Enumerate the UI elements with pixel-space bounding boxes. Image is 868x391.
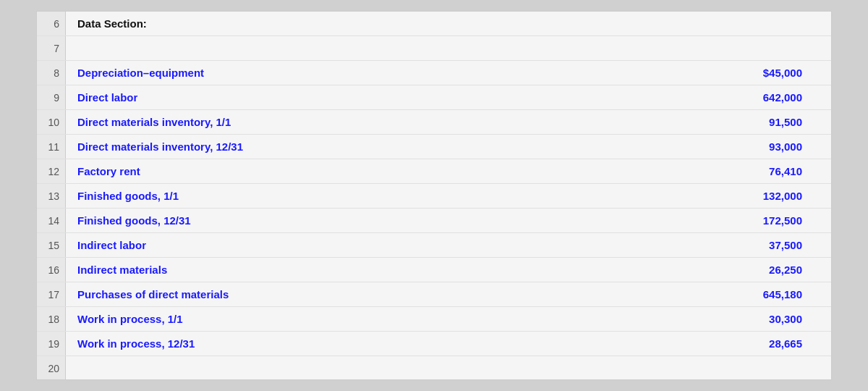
row-number: 6 — [37, 12, 66, 35]
row-label: Depreciation–equipment — [66, 67, 701, 79]
table-row: 14Finished goods, 12/31172,500 — [37, 209, 831, 233]
row-label: Work in process, 1/1 — [66, 313, 701, 325]
row-value: 645,180 — [701, 288, 831, 300]
row-label: Data Section: — [66, 17, 701, 30]
row-label: Finished goods, 12/31 — [66, 214, 701, 227]
row-number: 15 — [37, 233, 66, 257]
row-value: 28,665 — [701, 337, 831, 350]
table-row: 19Work in process, 12/3128,665 — [37, 332, 831, 356]
row-label: Indirect labor — [66, 239, 701, 251]
row-number: 8 — [37, 61, 66, 85]
row-number: 12 — [37, 159, 66, 183]
spreadsheet: 6Data Section:78Depreciation–equipment$4… — [36, 11, 832, 380]
row-number: 7 — [37, 36, 66, 60]
table-row: 6Data Section: — [37, 12, 831, 36]
table-row: 9Direct labor642,000 — [37, 85, 831, 110]
row-value: 132,000 — [701, 190, 831, 202]
table-row: 13Finished goods, 1/1132,000 — [37, 184, 831, 209]
row-value: 26,250 — [701, 264, 831, 276]
row-number: 11 — [37, 135, 66, 159]
row-value: 91,500 — [701, 116, 831, 128]
row-value: 642,000 — [701, 91, 831, 104]
table-row: 11Direct materials inventory, 12/3193,00… — [37, 135, 831, 159]
row-value: 76,410 — [701, 165, 831, 177]
table-row: 18Work in process, 1/130,300 — [37, 307, 831, 332]
row-label: Indirect materials — [66, 264, 701, 276]
row-value: 30,300 — [701, 313, 831, 325]
row-value: $45,000 — [701, 67, 831, 79]
row-value: 93,000 — [701, 140, 831, 153]
row-value: 37,500 — [701, 239, 831, 251]
row-label: Factory rent — [66, 165, 701, 177]
table-row: 16Indirect materials26,250 — [37, 258, 831, 282]
table-row: 7 — [37, 36, 831, 61]
row-label: Direct materials inventory, 12/31 — [66, 140, 701, 153]
row-label: Finished goods, 1/1 — [66, 190, 701, 202]
row-number: 17 — [37, 282, 66, 306]
row-value: 172,500 — [701, 214, 831, 227]
row-number: 13 — [37, 184, 66, 208]
row-label: Direct labor — [66, 91, 701, 104]
row-number: 14 — [37, 209, 66, 232]
table-row: 15Indirect labor37,500 — [37, 233, 831, 258]
table-row: 20 — [37, 356, 831, 380]
row-number: 10 — [37, 110, 66, 134]
table-row: 12Factory rent76,410 — [37, 159, 831, 184]
row-label: Work in process, 12/31 — [66, 337, 701, 350]
row-label: Direct materials inventory, 1/1 — [66, 116, 701, 128]
table-row: 10Direct materials inventory, 1/191,500 — [37, 110, 831, 135]
row-number: 18 — [37, 307, 66, 331]
table-row: 17Purchases of direct materials645,180 — [37, 282, 831, 307]
table-row: 8Depreciation–equipment$45,000 — [37, 61, 831, 85]
row-number: 16 — [37, 258, 66, 282]
row-number: 9 — [37, 85, 66, 109]
row-number: 20 — [37, 356, 66, 380]
row-number: 19 — [37, 332, 66, 356]
row-label: Purchases of direct materials — [66, 288, 701, 300]
